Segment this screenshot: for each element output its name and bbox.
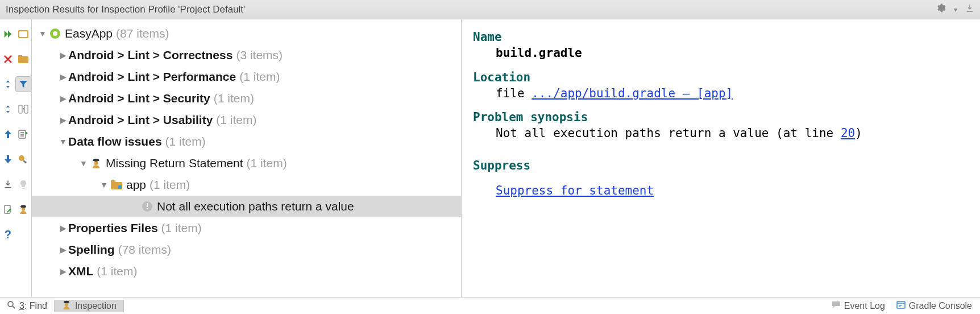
tree-node-dataflow[interactable]: ▼ Data flow issues (1 item) — [32, 131, 461, 152]
synopsis-close: ) — [855, 126, 862, 140]
close-icon[interactable] — [0, 51, 16, 67]
svg-rect-2 — [19, 31, 27, 37]
node-count: (1 item) — [97, 265, 137, 278]
section-location-head: Location — [473, 70, 969, 85]
svg-point-12 — [22, 208, 25, 211]
svg-rect-20 — [118, 185, 122, 189]
filter-icon[interactable] — [15, 76, 31, 92]
node-label: Android > Lint > Performance — [68, 70, 236, 84]
collapse-all-icon[interactable] — [0, 101, 16, 117]
tree-node-missing-return[interactable]: ▼ Missing Return Statement (1 item) — [32, 152, 461, 174]
download-icon[interactable] — [965, 3, 974, 15]
svg-rect-22 — [147, 203, 148, 207]
svg-rect-28 — [897, 301, 905, 308]
node-count: (1 item) — [150, 178, 190, 192]
suppress-link[interactable]: Suppress for statement — [496, 184, 654, 197]
node-count: (1 item) — [214, 92, 254, 105]
autoscroll-icon[interactable] — [15, 101, 31, 117]
chevron-right-icon[interactable]: ▶ — [58, 245, 68, 254]
node-label: XML — [68, 265, 93, 278]
node-count: (1 item) — [239, 70, 280, 84]
tree-node-app[interactable]: ▼ app (1 item) — [32, 174, 461, 196]
project-icon — [48, 28, 63, 39]
group-by-directory-icon[interactable] — [15, 51, 31, 67]
chevron-right-icon[interactable]: ▶ — [58, 267, 68, 276]
chevron-right-icon[interactable]: ▶ — [58, 115, 68, 125]
inspector-person-icon — [89, 158, 103, 169]
node-count: (1 item) — [161, 221, 202, 235]
chevron-down-icon[interactable]: ▼ — [99, 180, 109, 189]
edit-settings-icon[interactable] — [0, 201, 16, 217]
folder-icon — [109, 180, 124, 189]
svg-point-17 — [94, 162, 98, 166]
status-find-tab[interactable]: 3: Find — [0, 300, 55, 312]
chevron-right-icon[interactable]: ▶ — [58, 224, 68, 233]
main-area: ? ▼ EasyApp (87 items) ▶ — [0, 19, 980, 297]
node-label: Missing Return Statement — [106, 156, 243, 170]
previous-icon[interactable] — [0, 126, 16, 142]
chevron-right-icon[interactable]: ▶ — [58, 94, 68, 103]
section-synopsis-head: Problem synopsis — [473, 110, 969, 125]
expand-all-icon[interactable] — [0, 76, 16, 92]
tree-leaf-selected[interactable]: Not all execution paths return a value — [32, 196, 461, 217]
inspection-tree[interactable]: ▼ EasyApp (87 items) ▶ Android > Lint > … — [32, 19, 462, 297]
warning-circle-icon — [140, 201, 155, 212]
chevron-down-icon[interactable]: ▼ — [78, 159, 89, 168]
chevron-down-icon[interactable]: ▼ — [58, 137, 68, 146]
chevron-right-icon[interactable]: ▶ — [58, 51, 68, 60]
export-icon[interactable] — [0, 176, 16, 192]
preview-icon[interactable] — [15, 126, 31, 142]
chevron-right-icon[interactable]: ▶ — [58, 72, 68, 81]
quickfix-icon[interactable] — [15, 151, 31, 167]
svg-rect-16 — [94, 159, 98, 161]
chevron-down-icon[interactable]: ▼ — [38, 29, 48, 38]
speech-bubble-icon — [832, 301, 841, 311]
find-key: 3 — [19, 301, 24, 311]
group-by-severity-icon[interactable] — [15, 26, 31, 42]
inspection-detail: Name build.gradle Location file .../app/… — [462, 19, 980, 297]
tree-node-xml[interactable]: ▶ XML (1 item) — [32, 261, 461, 282]
synopsis-line-link[interactable]: 20 — [841, 126, 855, 140]
leaf-label: Not all execution paths return a value — [157, 200, 354, 213]
tree-node-properties[interactable]: ▶ Properties Files (1 item) — [32, 217, 461, 239]
tree-node-usability[interactable]: ▶ Android > Lint > Usability (1 item) — [32, 109, 461, 131]
tree-node-security[interactable]: ▶ Android > Lint > Security (1 item) — [32, 88, 461, 109]
header-bar: Inspection Results for Inspection Profil… — [0, 0, 980, 19]
svg-rect-5 — [19, 105, 22, 113]
event-log-button[interactable]: Event Log — [832, 301, 885, 311]
highlight-icon[interactable] — [15, 176, 31, 192]
tree-node-correctness[interactable]: ▶ Android > Lint > Correctness (3 items) — [32, 44, 461, 66]
inspector-person-icon[interactable] — [15, 201, 31, 217]
node-label: Properties Files — [68, 221, 158, 235]
root-count: (87 items) — [116, 27, 169, 40]
node-label: Data flow issues — [68, 135, 162, 148]
console-icon — [896, 301, 906, 311]
node-count: (3 items) — [236, 48, 283, 62]
synopsis-text: Not all execution paths return a value (… — [496, 126, 841, 140]
root-label: EasyApp — [65, 27, 113, 40]
svg-rect-4 — [18, 55, 22, 57]
status-inspection-tab[interactable]: Inspection — [55, 300, 124, 312]
tree-node-spelling[interactable]: ▶ Spelling (78 items) — [32, 239, 461, 261]
tree-node-performance[interactable]: ▶ Android > Lint > Performance (1 item) — [32, 66, 461, 88]
node-count: (78 items) — [118, 243, 171, 257]
location-link[interactable]: .../app/build.gradle – [app] — [531, 86, 733, 100]
tree-root[interactable]: ▼ EasyApp (87 items) — [32, 23, 461, 44]
node-count: (1 item) — [247, 156, 287, 170]
svg-point-24 — [8, 301, 13, 307]
node-count: (1 item) — [165, 135, 206, 148]
help-icon[interactable]: ? — [0, 226, 16, 242]
status-bar: 3: Find Inspection Event Log Gradle Cons… — [0, 297, 980, 314]
name-value: build.gradle — [496, 46, 582, 60]
gradle-console-button[interactable]: Gradle Console — [896, 301, 972, 311]
svg-rect-23 — [147, 208, 148, 209]
gear-icon[interactable] — [936, 3, 946, 16]
find-label: : Find — [24, 301, 47, 311]
node-label: Android > Lint > Correctness — [68, 48, 232, 62]
next-icon[interactable] — [0, 151, 16, 167]
chevron-down-icon[interactable]: ▾ — [954, 6, 957, 14]
node-count: (1 item) — [216, 113, 256, 127]
inspection-toolbar: ? — [0, 19, 32, 297]
rerun-icon[interactable] — [0, 26, 16, 42]
inspector-person-icon — [61, 300, 72, 312]
